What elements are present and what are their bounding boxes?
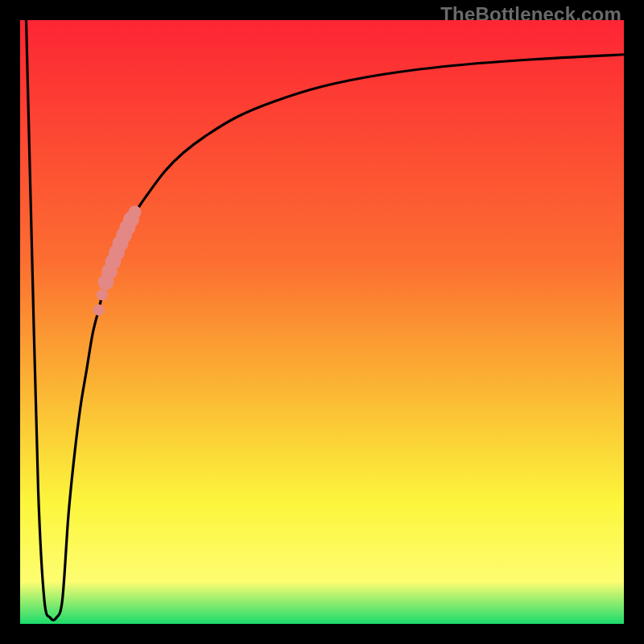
highlight-dot [97,289,108,300]
gradient-background [20,20,624,624]
highlight-dot [93,304,105,316]
highlight-dot [129,206,142,219]
plot-area [20,20,624,624]
chart-svg [20,20,624,624]
chart-frame: TheBottleneck.com [0,0,644,644]
